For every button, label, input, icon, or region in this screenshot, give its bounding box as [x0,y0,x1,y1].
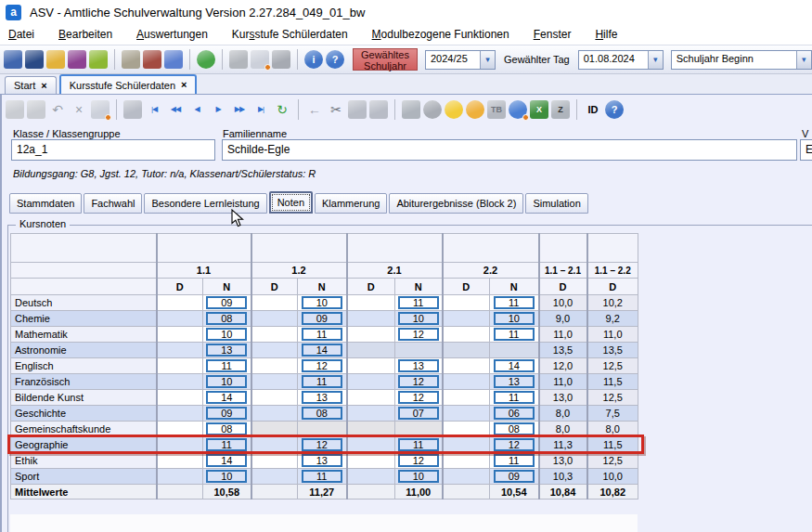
tb-transfer-icon[interactable]: TB [487,100,506,119]
grade-input[interactable]: 14 [302,344,342,357]
grade-input[interactable]: 11 [206,438,247,451]
grade-input[interactable]: 09 [206,296,247,309]
new-record-icon[interactable] [6,100,24,119]
tab-abiturergebnisse-block-2[interactable]: Abiturergebnisse (Block 2) [389,193,523,214]
firstname-field[interactable]: E [800,139,812,161]
grade-input[interactable]: 11 [494,328,535,341]
grade-input[interactable]: 14 [206,391,247,404]
surname-field[interactable]: Schilde-Egle [222,139,797,161]
grade-input[interactable]: 12 [398,328,439,341]
menu-item-auswertungen[interactable]: Auswertungen [136,28,208,41]
reports-icon[interactable] [68,50,86,69]
tab-start[interactable]: Start× [5,76,57,94]
close-tab-icon[interactable]: × [181,80,187,90]
applicants-icon[interactable] [46,50,65,69]
grade-input[interactable]: 13 [302,391,342,404]
menu-item-kursstufe-sch-lerdaten[interactable]: Kursstufe Schülerdaten [232,28,348,41]
grade-input[interactable]: 11 [494,391,535,404]
tab-besondere-lernleistung[interactable]: Besondere Lernleistung [144,193,266,214]
module-window-icon[interactable] [251,50,269,69]
grade-input[interactable]: 07 [398,407,439,420]
chevron-down-icon[interactable]: ▾ [648,51,663,69]
grade-input[interactable]: 10 [206,375,247,388]
id-button[interactable]: ID [584,100,602,119]
grade-input[interactable]: 12 [398,391,439,404]
excel-export-icon[interactable]: X [530,100,548,119]
nav-last-icon[interactable]: ▶| [251,100,270,119]
grade-input[interactable]: 09 [302,312,342,325]
grade-input[interactable]: 13 [494,375,535,388]
grade-input[interactable]: 13 [206,344,247,357]
close-tab-icon[interactable]: × [41,81,46,91]
grade-input[interactable]: 10 [398,312,439,325]
school-year-select[interactable]: 2024/25 ▾ [425,50,496,70]
grade-input[interactable]: 08 [494,422,535,435]
tip-icon[interactable] [445,100,463,119]
class-register-icon[interactable] [143,50,161,69]
discard-icon[interactable]: × [70,100,88,119]
grade-input[interactable]: 08 [206,312,247,325]
menu-item-modulbezogene-funktionen[interactable]: Modulbezogene Funktionen [372,28,509,41]
nav-first-icon[interactable]: |◀ [145,100,163,119]
paste-icon[interactable] [369,100,388,119]
messages-icon[interactable] [89,50,108,69]
selected-day-select[interactable]: 01.08.2024 ▾ [578,50,664,70]
grade-input[interactable]: 08 [206,422,247,435]
grade-input[interactable]: 11 [302,470,342,483]
menu-item-datei[interactable]: Datei [8,28,34,41]
grade-input[interactable]: 10 [398,470,439,483]
grade-input[interactable]: 12 [302,438,342,451]
tab-klammerung[interactable]: Klammerung [315,193,387,214]
preview-icon[interactable] [423,100,442,119]
nav-next-icon[interactable]: ▶ [209,100,227,119]
grade-input[interactable]: 10 [206,470,247,483]
period-select[interactable]: Schuljahr Beginn ▾ [671,50,812,70]
class-field[interactable]: 12a_1 [11,139,215,161]
grade-input[interactable]: 11 [494,296,535,309]
grade-input[interactable]: 09 [494,470,535,483]
menu-item-bearbeiten[interactable]: Bearbeiten [58,28,112,41]
grade-input[interactable]: 08 [302,407,342,420]
menu-item-hilfe[interactable]: Hilfe [595,28,617,41]
info-icon[interactable]: i [304,50,323,69]
grade-input[interactable]: 10 [302,296,342,309]
grade-input[interactable]: 12 [398,375,439,388]
nav-prev-icon[interactable]: ◀ [187,100,206,119]
tab-simulation[interactable]: Simulation [525,193,587,214]
tab-stammdaten[interactable]: Stammdaten [9,193,82,214]
chevron-down-icon[interactable]: ▾ [796,51,811,69]
refresh-icon[interactable]: ↻ [273,100,291,119]
data-table-icon[interactable] [123,100,142,119]
grade-input[interactable]: 10 [206,328,247,341]
clipboard-icon[interactable] [229,50,248,69]
record-help-icon[interactable]: ? [605,100,624,119]
pupils-icon[interactable] [4,50,22,69]
tab-noten[interactable]: Noten [269,191,313,214]
tab-fachwahl[interactable]: Fachwahl [84,193,142,214]
chevron-down-icon[interactable]: ▾ [480,51,495,69]
grade-input[interactable]: 12 [302,359,342,372]
school-classes-icon[interactable] [25,50,44,69]
edit-dialog-icon[interactable] [91,100,110,119]
menu-item-fenster[interactable]: Fenster [534,28,572,41]
lightning-icon[interactable] [272,50,290,69]
print-list-icon[interactable]: Z [551,100,570,119]
address-book-icon[interactable] [122,50,140,69]
grade-input[interactable]: 12 [398,454,439,467]
pie-chart-icon[interactable] [197,50,215,69]
grade-input[interactable]: 11 [302,328,342,341]
grade-input[interactable]: 12 [494,438,535,451]
notification-icon[interactable] [466,100,484,119]
copy-icon[interactable] [348,100,367,119]
back-arrow-icon[interactable]: ← [305,100,324,119]
save-record-icon[interactable] [27,100,45,119]
grade-input[interactable]: 11 [398,296,439,309]
help-icon[interactable]: ? [326,50,344,69]
print-icon[interactable] [402,100,420,119]
grade-input[interactable]: 11 [398,438,439,451]
grade-input[interactable]: 11 [494,454,535,467]
tab-kursstufe-sch-lerdaten[interactable]: Kursstufe Schülerdaten× [59,74,198,94]
grade-input[interactable]: 14 [206,454,247,467]
grade-input[interactable]: 13 [302,454,342,467]
statistics-icon[interactable] [164,50,183,69]
